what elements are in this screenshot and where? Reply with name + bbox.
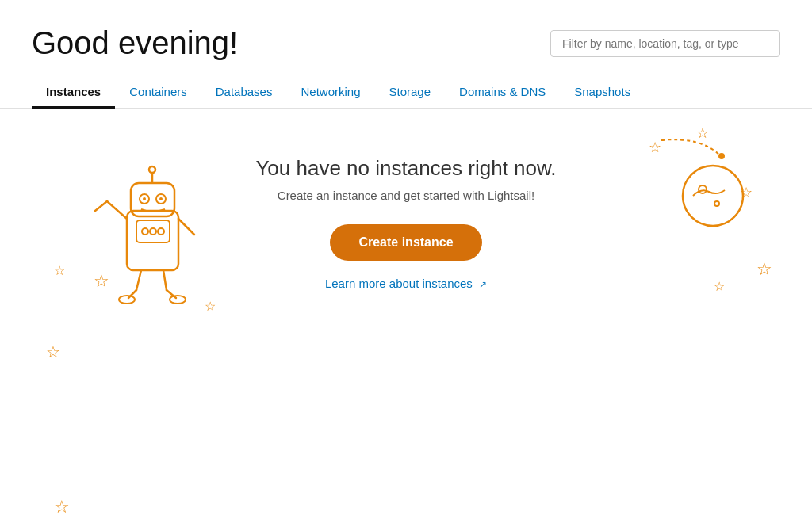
star-icon: ☆ bbox=[740, 184, 753, 201]
svg-line-17 bbox=[95, 201, 107, 211]
star-icon: ☆ bbox=[46, 342, 60, 361]
svg-point-7 bbox=[149, 166, 155, 173]
svg-rect-12 bbox=[136, 220, 170, 242]
svg-point-1 bbox=[683, 166, 743, 226]
svg-point-14 bbox=[150, 228, 156, 235]
planet-decoration bbox=[653, 132, 764, 243]
svg-point-8 bbox=[140, 194, 149, 204]
svg-point-15 bbox=[158, 228, 164, 235]
star-icon: ☆ bbox=[94, 271, 109, 292]
svg-point-2 bbox=[699, 185, 707, 193]
nav-item-snapshots[interactable]: Snapshots bbox=[560, 77, 645, 109]
star-icon: ☆ bbox=[54, 497, 70, 517]
svg-rect-5 bbox=[131, 183, 174, 216]
main-content: ☆ ☆ ☆ ☆ ☆ ☆ ☆ ☆ ☆ ☆ ☆ bbox=[0, 109, 812, 322]
svg-line-22 bbox=[167, 290, 176, 298]
star-icon: ☆ bbox=[696, 124, 709, 142]
nav-item-databases[interactable]: Databases bbox=[201, 77, 287, 109]
nav-item-instances[interactable]: Instances bbox=[32, 77, 115, 109]
svg-point-9 bbox=[156, 194, 166, 204]
svg-point-24 bbox=[170, 296, 186, 304]
star-icon: ☆ bbox=[54, 263, 65, 278]
svg-point-23 bbox=[119, 296, 135, 304]
star-icon: ☆ bbox=[649, 139, 661, 156]
nav-item-domains-dns[interactable]: Domains & DNS bbox=[445, 77, 560, 109]
filter-input[interactable] bbox=[550, 30, 780, 57]
svg-line-19 bbox=[136, 270, 141, 290]
nav-item-storage[interactable]: Storage bbox=[375, 77, 446, 109]
page-title: Good evening! bbox=[32, 25, 238, 61]
svg-point-10 bbox=[143, 197, 146, 200]
star-icon: ☆ bbox=[714, 279, 725, 294]
star-icon: ☆ bbox=[205, 299, 216, 314]
navigation: Instances Containers Databases Networkin… bbox=[0, 77, 812, 109]
create-instance-button[interactable]: Create instance bbox=[330, 224, 481, 261]
empty-state: You have no instances right now. Create … bbox=[255, 156, 556, 290]
svg-line-21 bbox=[163, 270, 167, 290]
svg-rect-4 bbox=[127, 211, 178, 270]
svg-point-11 bbox=[159, 197, 163, 200]
empty-subtitle: Create an instance and get started with … bbox=[255, 189, 556, 202]
learn-more-link[interactable]: Learn more about instances ↗ bbox=[255, 277, 556, 290]
svg-line-18 bbox=[178, 219, 194, 235]
svg-point-0 bbox=[718, 153, 725, 159]
robot-decoration bbox=[87, 147, 214, 306]
svg-line-20 bbox=[128, 290, 136, 298]
nav-item-networking[interactable]: Networking bbox=[286, 77, 374, 109]
star-icon: ☆ bbox=[756, 259, 772, 280]
svg-line-16 bbox=[107, 201, 127, 219]
learn-more-text: Learn more about instances bbox=[325, 277, 473, 290]
svg-point-13 bbox=[142, 228, 148, 235]
svg-point-3 bbox=[714, 201, 719, 206]
nav-item-containers[interactable]: Containers bbox=[115, 77, 201, 109]
external-link-icon: ↗ bbox=[479, 279, 487, 290]
empty-title: You have no instances right now. bbox=[255, 156, 556, 181]
